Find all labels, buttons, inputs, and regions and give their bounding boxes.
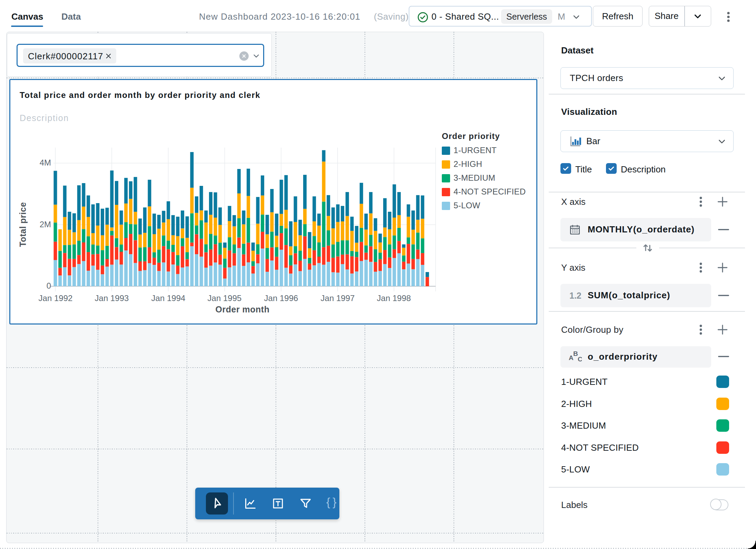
svg-text:Jan 1998: Jan 1998: [377, 293, 411, 303]
svg-text:Total price: Total price: [18, 202, 28, 247]
svg-text:Jan 1993: Jan 1993: [95, 293, 129, 303]
svg-text:Jan 1994: Jan 1994: [151, 293, 186, 303]
svg-text:Jan 1995: Jan 1995: [208, 293, 242, 303]
svg-text:Jan 1997: Jan 1997: [321, 293, 355, 303]
svg-text:3-MEDIUM: 3-MEDIUM: [454, 173, 495, 182]
svg-text:Jan 1996: Jan 1996: [264, 293, 298, 303]
svg-text:2M: 2M: [40, 220, 51, 229]
svg-text:Order priority: Order priority: [442, 131, 500, 141]
svg-text:A: A: [569, 354, 574, 361]
svg-text:B: B: [573, 351, 578, 357]
svg-text:2-HIGH: 2-HIGH: [454, 159, 482, 169]
svg-text:Jan 1992: Jan 1992: [39, 293, 73, 303]
svg-text:0: 0: [47, 281, 51, 290]
svg-text:C: C: [578, 356, 582, 363]
svg-text:5-LOW: 5-LOW: [454, 201, 480, 210]
svg-text:Order month: Order month: [216, 305, 270, 314]
svg-text:4M: 4M: [40, 158, 51, 167]
svg-text:1-URGENT: 1-URGENT: [454, 146, 497, 155]
svg-text:4-NOT SPECIFIED: 4-NOT SPECIFIED: [454, 187, 526, 196]
